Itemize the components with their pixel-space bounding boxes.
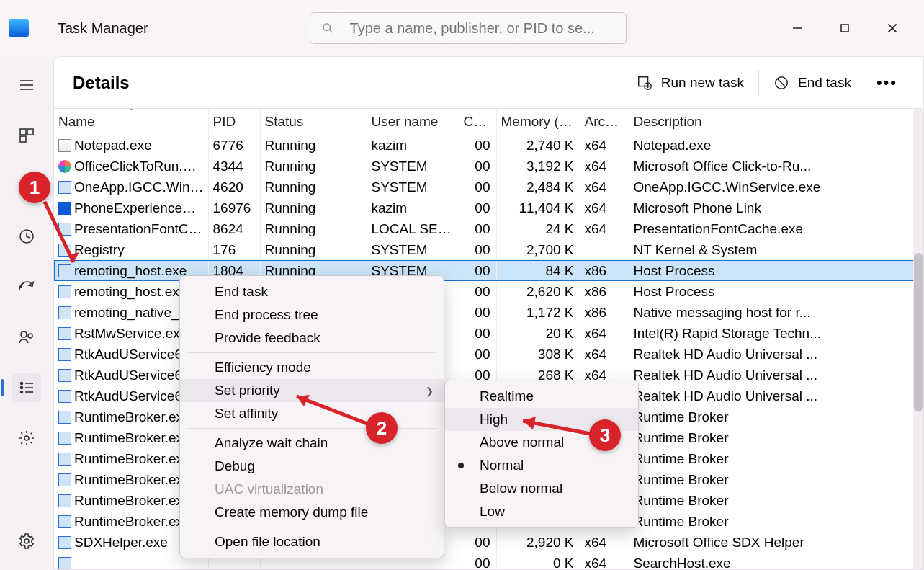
nav-details[interactable]: [12, 373, 41, 402]
titlebar: Task Manager: [0, 0, 924, 56]
svg-point-14: [28, 334, 32, 338]
svg-point-17: [21, 387, 23, 389]
process-icon: [58, 285, 71, 298]
process-icon: [58, 432, 71, 445]
svg-point-19: [21, 391, 23, 393]
process-icon: [58, 515, 71, 528]
process-icon: [58, 139, 71, 152]
menu-item[interactable]: End process tree: [180, 303, 444, 326]
process-icon: [58, 369, 71, 382]
scrollbar-thumb[interactable]: [914, 253, 923, 411]
svg-point-13: [21, 331, 27, 337]
process-icon: [58, 348, 71, 361]
menu-item[interactable]: Realtime: [445, 385, 638, 408]
nav-startup[interactable]: [12, 272, 41, 301]
search-icon: [322, 22, 333, 35]
svg-line-28: [777, 79, 785, 86]
svg-line-1: [329, 30, 332, 32]
svg-point-22: [24, 539, 29, 543]
col-pid[interactable]: PID: [208, 109, 260, 135]
process-icon: [58, 494, 71, 507]
svg-point-21: [24, 436, 29, 440]
separator: [758, 70, 759, 96]
hamburger-button[interactable]: [12, 71, 41, 99]
process-icon: [58, 453, 71, 466]
menu-item[interactable]: Efficiency mode: [180, 356, 444, 379]
process-icon: [58, 160, 71, 173]
col-name[interactable]: ⌃Name: [54, 109, 208, 135]
menu-item[interactable]: Normal: [445, 454, 638, 477]
svg-rect-3: [841, 25, 848, 32]
search-box[interactable]: [310, 12, 627, 44]
svg-rect-11: [20, 136, 26, 142]
annotation-1: 1: [19, 172, 50, 203]
table-row[interactable]: Registry176RunningSYSTEM002,700 KNT Kern…: [54, 239, 923, 260]
process-icon: [58, 390, 71, 403]
nav-services[interactable]: [12, 424, 41, 453]
menu-item[interactable]: Create memory dump file: [180, 501, 444, 524]
priority-submenu[interactable]: RealtimeHighAbove normalNormalBelow norm…: [444, 380, 639, 528]
svg-rect-9: [20, 129, 26, 135]
col-cpu[interactable]: CPU: [459, 109, 496, 135]
process-icon: [58, 181, 71, 194]
settings-button[interactable]: [12, 527, 41, 556]
table-row[interactable]: Notepad.exe6776Runningkazim002,740 Kx64N…: [54, 135, 923, 156]
scrollbar[interactable]: [913, 109, 923, 569]
process-icon: [58, 306, 71, 319]
app-icon: [9, 19, 29, 37]
menu-item[interactable]: Low: [445, 500, 638, 523]
annotation-arrow-1: [37, 196, 88, 275]
minimize-button[interactable]: [789, 19, 806, 37]
menu-item[interactable]: Open file location: [180, 530, 444, 553]
nav-processes[interactable]: [12, 121, 41, 150]
menu-item[interactable]: Below normal: [445, 477, 638, 500]
col-memory[interactable]: Memory (ac...: [496, 109, 580, 135]
end-task-icon: [773, 75, 789, 91]
menu-item[interactable]: UAC virtualization: [180, 478, 444, 501]
app-title: Task Manager: [58, 20, 148, 37]
process-icon: [58, 411, 71, 424]
nav-app-history[interactable]: [12, 222, 41, 251]
menu-item[interactable]: Debug: [180, 455, 444, 478]
svg-line-31: [297, 396, 367, 424]
annotation-3: 3: [589, 419, 621, 451]
end-task-button[interactable]: End task: [762, 69, 863, 97]
menu-item[interactable]: End task: [180, 280, 444, 303]
close-button[interactable]: [884, 19, 901, 37]
process-icon: [58, 473, 71, 486]
menu-item[interactable]: Analyze wait chain: [180, 432, 444, 455]
maximize-button[interactable]: [836, 19, 853, 37]
col-architecture[interactable]: Archit...: [580, 109, 629, 135]
page-title: Details: [73, 73, 130, 93]
svg-point-0: [323, 24, 331, 31]
table-row[interactable]: OfficeClickToRun.exe4344RunningSYSTEM003…: [54, 156, 923, 177]
table-row[interactable]: PresentationFontCac...8624RunningLOCAL S…: [54, 218, 923, 239]
search-input[interactable]: [350, 20, 615, 37]
more-button[interactable]: •••: [869, 68, 905, 98]
process-icon: [58, 536, 71, 549]
svg-line-29: [45, 202, 73, 262]
svg-rect-23: [639, 76, 648, 86]
separator: [866, 70, 866, 96]
svg-rect-10: [27, 129, 33, 135]
table-row[interactable]: PhoneExperienceHos...16976Runningkazim00…: [54, 197, 923, 218]
table-header-row: ⌃Name PID Status User name CPU Memory (a…: [54, 109, 923, 135]
annotation-arrow-2: [287, 389, 373, 429]
col-user[interactable]: User name: [367, 109, 459, 135]
process-icon: [58, 557, 71, 570]
col-status[interactable]: Status: [260, 109, 367, 135]
run-new-task-button[interactable]: Run new task: [625, 69, 755, 97]
annotation-arrow-3: [513, 412, 596, 441]
annotation-2: 2: [366, 412, 398, 444]
col-description[interactable]: Description: [629, 109, 923, 135]
nav-users[interactable]: [12, 323, 41, 352]
table-row[interactable]: OneApp.IGCC.WinSer...4620RunningSYSTEM00…: [54, 177, 923, 197]
menu-item[interactable]: Provide feedback: [180, 326, 444, 349]
svg-point-15: [21, 383, 23, 385]
run-task-icon: [637, 75, 652, 91]
process-icon: [58, 327, 71, 340]
sidebar: [0, 56, 53, 570]
